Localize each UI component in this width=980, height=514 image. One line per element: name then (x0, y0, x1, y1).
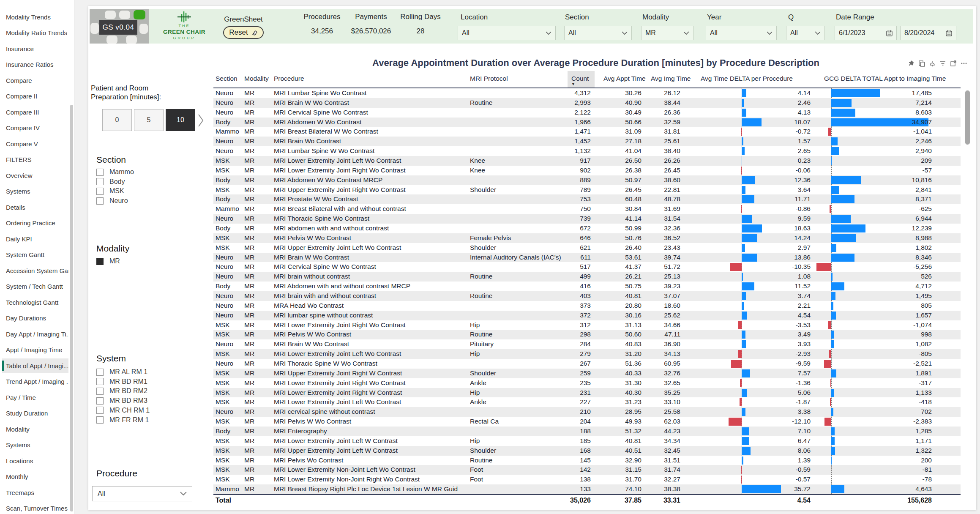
section-dropdown[interactable]: All (564, 26, 632, 40)
table-row[interactable]: MSKMRMRI Lower Extremity Joint Right Wo … (213, 166, 961, 175)
checkbox-item-body[interactable]: Body (96, 177, 125, 186)
col-header-mri-protocol[interactable]: MRI Protocol (470, 75, 508, 82)
sidebar-item-compare-iv[interactable]: Compare IV (2, 121, 68, 135)
checkbox-item-neuro[interactable]: Neuro (96, 196, 128, 205)
date-end-input[interactable]: 8/20/2024 (900, 26, 956, 40)
table-row[interactable]: NeuroMRMRI lumbar spine without contrast… (213, 311, 961, 320)
table-row[interactable]: NeuroMRMRI brain with and without contra… (213, 291, 961, 301)
table-row[interactable]: NeuroMRMRI cervical spine without contra… (213, 407, 961, 417)
sidebar-item-compare-iii[interactable]: Compare III (2, 105, 68, 119)
sidebar-item-ordering-practice[interactable]: Ordering Practice (2, 216, 68, 230)
table-row[interactable]: BodyMRMRI Abdomen W Wo Contrast1,96650.6… (213, 118, 961, 127)
table-row[interactable]: MSKMRMRI Lower Extremity Joint Right Wo … (213, 378, 961, 388)
procedure-dropdown[interactable]: All (92, 486, 192, 501)
sidebar-item-systems[interactable]: Systems (2, 438, 68, 452)
sidebar-item-system-gantt[interactable]: System Gantt (2, 248, 68, 262)
table-row[interactable]: MSKMRMRI Lower Extremity Joint Left Wo C… (213, 397, 961, 407)
checkbox-item-mr-bd-rm3[interactable]: MR BD RM3 (96, 396, 147, 405)
sidebar-item-insurance[interactable]: Insurance (2, 41, 68, 56)
q-dropdown[interactable]: All (786, 26, 825, 40)
sidebar-item-locations[interactable]: Locations (2, 454, 68, 468)
sidebar-item-monthly[interactable]: Monthly (2, 470, 68, 484)
sidebar-item-treemaps[interactable]: Treemaps (2, 485, 68, 500)
col-header-avg-appt-time[interactable]: Avg Appt Time (603, 75, 646, 82)
table-row[interactable]: MSKMRMRI Lower Extremity Joint Left Wo C… (213, 349, 961, 359)
table-row[interactable]: MSKMRMRI Upper Extremity Joint Left Wo C… (213, 243, 961, 253)
table-row[interactable]: MSKMRMRI Lower Extremity Joint Right Wo … (213, 320, 961, 330)
sidebar-item-trend-appt-imaging[interactable]: Trend Appt / Imaging ... (2, 375, 68, 389)
table-row[interactable]: BodyMRMRI Prostate W Wo Contrast75360.48… (213, 194, 961, 204)
sidebar-item-modality-ratio-trends[interactable]: Modality Ratio Trends (2, 26, 68, 40)
table-row[interactable]: MammoMRMRI Breast Bilateral with and wit… (213, 204, 961, 214)
focus-mode-icon[interactable] (950, 60, 957, 67)
table-row[interactable]: MSKMRMRI Pelvis W Wo ContrastFemale Pelv… (213, 233, 961, 243)
table-row[interactable]: MSKMRMRI Lower Extremity Non-Joint Right… (213, 475, 961, 484)
checkbox-item-mr-al-rm-1[interactable]: MR AL RM 1 (96, 367, 147, 377)
location-dropdown[interactable]: All (458, 26, 556, 40)
col-header-avg-time-delta[interactable]: Avg Time DELTA per Procedure (701, 75, 793, 82)
col-header-gcg-delta-total[interactable]: GCG DELTA TOTAL Appt to Imaging Time (824, 75, 946, 82)
checkbox-item-mr-bd-rm2[interactable]: MR BD RM2 (96, 386, 147, 396)
table-row[interactable]: BodyMRMRI abdomen with and without contr… (213, 224, 961, 233)
sidebar-item-compare-v[interactable]: Compare V (2, 137, 68, 151)
table-row[interactable]: MSKMRMRI Lower Extremity Joint Left W Co… (213, 436, 961, 446)
table-row[interactable]: MSKMRMRI Lower Extremity Joint Right W C… (213, 388, 961, 398)
modality-dropdown[interactable]: MR (641, 26, 693, 40)
sidebar-item-filters[interactable]: FILTERS (2, 153, 68, 167)
year-dropdown[interactable]: All (706, 26, 777, 40)
sidebar-item-technologist-gantt[interactable]: Technologist Gantt (2, 295, 68, 309)
sidebar-item-day-appt-imaging-ti[interactable]: Day Appt / Imaging Ti... (2, 327, 68, 341)
col-header-modality[interactable]: Modality (244, 75, 269, 82)
col-header-count-cell[interactable]: Count ▼ (568, 71, 595, 87)
table-row[interactable]: BodyMRMRI Abdomen with and without contr… (213, 282, 961, 291)
filter-icon[interactable] (939, 60, 946, 67)
sidebar-scrollbar[interactable] (70, 105, 73, 511)
sidebar-item-appt-imaging-time[interactable]: Appt / Imaging Time (2, 343, 68, 357)
sidebar-item-daily-kpi[interactable]: Daily KPI (2, 232, 68, 246)
col-header-section[interactable]: Section (216, 75, 237, 82)
sidebar-item-day-durations[interactable]: Day Durations (2, 311, 68, 325)
chevron-right-icon[interactable] (197, 113, 205, 128)
col-header-procedure[interactable]: Procedure (274, 75, 304, 82)
checkbox-item-mr-bd-rm1[interactable]: MR BD RM1 (96, 377, 147, 386)
sidebar-item-scan-turnover-times[interactable]: Scan, Turnover Times (2, 501, 68, 514)
checkbox-item-mr[interactable]: MR (96, 257, 120, 266)
sidebar-item-compare[interactable]: Compare (2, 73, 68, 87)
table-row[interactable]: NeuroMRMRI Thoracic Spine W Wo Contrast2… (213, 359, 961, 369)
prep-button-5[interactable]: 5 (134, 109, 164, 131)
table-row[interactable]: MSKMRMRI Lower Extremity Joint Left Wo C… (213, 156, 961, 166)
sidebar-item-systems[interactable]: Systems (2, 184, 68, 199)
reset-button[interactable]: Reset (223, 26, 264, 39)
table-row[interactable]: NeuroMRMRI Lumbar Spine W Wo Contrast1,1… (213, 146, 961, 156)
table-row[interactable]: NeuroMRMRI Brain W Wo ContrastInternal A… (213, 253, 961, 262)
sidebar-item-table-of-appt-imagi[interactable]: Table of Appt / Imagi... (2, 358, 68, 373)
table-row[interactable]: NeuroMRMRI brain without contrastRoutine… (213, 272, 961, 282)
sidebar-item-compare-ii[interactable]: Compare II (2, 89, 68, 104)
sidebar-item-accession-system-gantt[interactable]: Accession System Gantt (2, 263, 68, 278)
table-scrollbar[interactable] (965, 90, 970, 145)
col-header-avg-img-time[interactable]: Avg Img Time (651, 75, 691, 82)
table-row[interactable]: NeuroMRMRA Head Wo Contrast37320.8018.60… (213, 301, 961, 311)
table-row[interactable]: MammoMRMRI Breast Biopsy Right Plc Loc D… (213, 484, 961, 494)
prep-button-10[interactable]: 10 (166, 109, 195, 131)
table-row[interactable]: NeuroMRMRI Cervical Spine Wo Contrast2,1… (213, 108, 961, 118)
sidebar-item-overview[interactable]: Overview (2, 168, 68, 183)
table-row[interactable]: NeuroMRMRI Thoracic Spine Wo Contrast739… (213, 214, 961, 224)
checkbox-item-mr-ch-rm-1[interactable]: MR CH RM 1 (96, 406, 150, 415)
pin-icon[interactable] (908, 60, 914, 67)
checkbox-item-msk[interactable]: MSK (96, 186, 124, 196)
table-row[interactable]: MSKMRMRI Pelvis W Wo ContrastRectal Ca20… (213, 417, 961, 427)
table-row[interactable]: NeuroMRMRI Brain W Wo ContrastRoutine2,9… (213, 98, 961, 108)
table-row[interactable]: MSKMRMRI Upper Extremity Joint Right W C… (213, 369, 961, 378)
table-row[interactable]: MammoMRMRI Breast Bilateral W Wo Contras… (213, 127, 961, 137)
table-row[interactable]: MSKMRMRI Pelvis Wo ContrastRoutine14532.… (213, 456, 961, 465)
copy-icon[interactable] (918, 60, 925, 67)
checkbox-item-mammo[interactable]: Mammo (96, 167, 134, 177)
table-row[interactable]: MSKMRMRI Upper Extremity Joint Left W Co… (213, 446, 961, 456)
table-row[interactable]: BodyMRMRI Abdomen W Wo Contrast MRCP8895… (213, 175, 961, 185)
sidebar-item-modality[interactable]: Modality (2, 422, 68, 436)
sidebar-item-insurance-ratios[interactable]: Insurance Ratios (2, 57, 68, 72)
alert-bell-icon[interactable] (929, 60, 936, 67)
table-row[interactable]: NeuroMRMRI Cervical Spine W Wo Contrast5… (213, 262, 961, 272)
more-options-icon[interactable] (961, 60, 967, 67)
